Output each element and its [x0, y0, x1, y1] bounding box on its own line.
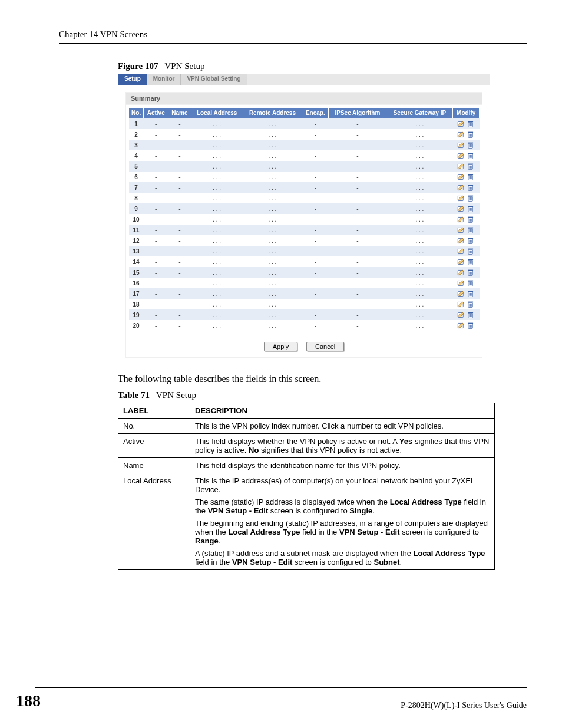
edit-icon[interactable]	[457, 120, 465, 128]
cell-name: -	[168, 161, 191, 172]
cell-encap: -	[302, 235, 329, 246]
delete-icon[interactable]	[467, 216, 475, 223]
delete-icon[interactable]	[467, 248, 475, 255]
delete-icon[interactable]	[467, 184, 475, 192]
cell-remote-address: . . .	[243, 161, 302, 172]
cell-no[interactable]: 18	[129, 299, 144, 309]
delete-icon[interactable]	[467, 237, 475, 245]
edit-icon[interactable]	[457, 226, 465, 234]
edit-icon[interactable]	[457, 131, 465, 139]
cell-no[interactable]: 5	[129, 161, 144, 172]
cell-local-address: . . .	[191, 150, 243, 161]
delete-icon[interactable]	[467, 141, 475, 149]
edit-icon[interactable]	[457, 163, 465, 170]
svg-rect-74	[468, 248, 473, 249]
cell-no[interactable]: 9	[129, 203, 144, 214]
cell-remote-address: . . .	[243, 172, 302, 182]
delete-icon[interactable]	[467, 311, 475, 319]
cancel-button[interactable]: Cancel	[306, 342, 344, 351]
delete-icon[interactable]	[467, 131, 475, 139]
edit-icon[interactable]	[457, 173, 465, 181]
cell-no[interactable]: 11	[129, 225, 144, 235]
cell-no[interactable]: 17	[129, 288, 144, 299]
cell-secure-gateway: . . .	[386, 118, 453, 130]
cell-no[interactable]: 19	[129, 309, 144, 320]
cell-active: -	[144, 246, 168, 256]
cell-no[interactable]: 15	[129, 267, 144, 278]
cell-no[interactable]: 12	[129, 235, 144, 246]
cell-no[interactable]: 3	[129, 140, 144, 150]
cell-no[interactable]: 4	[129, 150, 144, 161]
delete-icon[interactable]	[467, 226, 475, 234]
delete-icon[interactable]	[467, 205, 475, 213]
edit-icon[interactable]	[457, 184, 465, 192]
edit-icon[interactable]	[457, 152, 465, 160]
edit-icon[interactable]	[457, 269, 465, 276]
delete-icon[interactable]	[467, 322, 475, 330]
edit-icon[interactable]	[457, 141, 465, 149]
desc-row-local-address: Local Address This is the IP address(es)…	[118, 473, 495, 570]
edit-icon[interactable]	[457, 258, 465, 266]
col-remote-address: Remote Address	[243, 108, 302, 118]
cell-no[interactable]: 20	[129, 320, 144, 331]
cell-no[interactable]: 13	[129, 246, 144, 256]
cell-remote-address: . . .	[243, 246, 302, 256]
delete-icon[interactable]	[467, 152, 475, 160]
cell-no[interactable]: 7	[129, 182, 144, 193]
delete-icon[interactable]	[467, 163, 475, 170]
edit-icon[interactable]	[457, 216, 465, 223]
cell-encap: -	[302, 225, 329, 235]
cell-ipsec: -	[329, 256, 386, 267]
cell-encap: -	[302, 193, 329, 203]
cell-no[interactable]: 16	[129, 278, 144, 288]
cell-remote-address: . . .	[243, 299, 302, 309]
svg-rect-92	[468, 280, 473, 281]
edit-icon[interactable]	[457, 237, 465, 245]
edit-icon[interactable]	[457, 248, 465, 255]
delete-icon[interactable]	[467, 301, 475, 308]
cell-no[interactable]: 6	[129, 172, 144, 182]
delete-icon[interactable]	[467, 173, 475, 181]
delete-icon[interactable]	[467, 269, 475, 276]
delete-icon[interactable]	[467, 258, 475, 266]
cell-active: -	[144, 161, 168, 172]
table-row: 4--. . .. . .--. . .	[129, 150, 480, 161]
tab-monitor[interactable]: Monitor	[147, 74, 181, 85]
cell-local-address: . . .	[191, 288, 243, 299]
edit-icon[interactable]	[457, 205, 465, 213]
delete-icon[interactable]	[467, 120, 475, 128]
cell-no[interactable]: 2	[129, 129, 144, 140]
cell-encap: -	[302, 320, 329, 331]
edit-icon[interactable]	[457, 279, 465, 287]
cell-encap: -	[302, 129, 329, 140]
tab-setup[interactable]: Setup	[118, 74, 147, 85]
edit-icon[interactable]	[457, 301, 465, 308]
cell-no[interactable]: 14	[129, 256, 144, 267]
cell-remote-address: . . .	[243, 203, 302, 214]
apply-button[interactable]: Apply	[264, 342, 298, 351]
edit-icon[interactable]	[457, 311, 465, 319]
desc-label: Active	[118, 434, 190, 458]
edit-icon[interactable]	[457, 195, 465, 202]
table-row: 3--. . .. . .--. . .	[129, 140, 480, 150]
cell-local-address: . . .	[191, 278, 243, 288]
cell-name: -	[168, 320, 191, 331]
delete-icon[interactable]	[467, 195, 475, 202]
tab-vpn-global-setting[interactable]: VPN Global Setting	[181, 74, 247, 85]
cell-active: -	[144, 320, 168, 331]
delete-icon[interactable]	[467, 279, 475, 287]
svg-rect-68	[468, 238, 473, 239]
cell-secure-gateway: . . .	[386, 288, 453, 299]
edit-icon[interactable]	[457, 290, 465, 298]
cell-encap: -	[302, 182, 329, 193]
cell-no[interactable]: 10	[129, 214, 144, 225]
edit-icon[interactable]	[457, 322, 465, 330]
delete-icon[interactable]	[467, 290, 475, 298]
cell-remote-address: . . .	[243, 214, 302, 225]
svg-rect-44	[468, 195, 473, 196]
col-local-address: Local Address	[191, 108, 243, 118]
cell-no[interactable]: 1	[129, 118, 144, 130]
cell-no[interactable]: 8	[129, 193, 144, 203]
cell-ipsec: -	[329, 309, 386, 320]
cell-modify	[453, 203, 480, 214]
